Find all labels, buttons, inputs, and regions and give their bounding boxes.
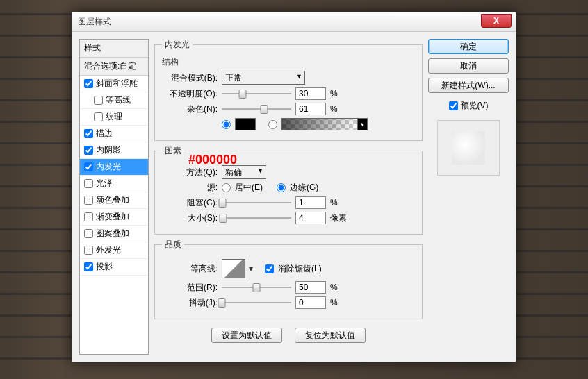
- opacity-unit: %: [330, 89, 350, 99]
- range-unit: %: [330, 283, 350, 292]
- style-label: 外发光: [96, 244, 121, 256]
- ok-button[interactable]: 确定: [428, 39, 509, 54]
- size-label: 大小(S):: [162, 212, 218, 224]
- source-edge-radio[interactable]: [277, 183, 286, 192]
- source-center-radio[interactable]: [222, 183, 231, 192]
- right-column: 确定 取消 新建样式(W)... 预览(V): [428, 39, 509, 355]
- choke-label: 阻塞(C):: [162, 197, 218, 209]
- style-color-overlay[interactable]: 颜色叠加: [80, 192, 148, 209]
- style-pattern-overlay-check[interactable]: [84, 229, 93, 238]
- style-bevel-check[interactable]: [84, 79, 93, 88]
- style-label: 光泽: [96, 178, 113, 190]
- gradient-picker[interactable]: ▼: [281, 118, 368, 130]
- style-contour[interactable]: 等高线: [80, 92, 148, 109]
- technique-row: 方法(Q): 精确: [162, 165, 415, 179]
- color-swatch[interactable]: [235, 118, 256, 130]
- range-label: 范围(R):: [162, 282, 218, 294]
- noise-label: 杂色(N):: [162, 103, 218, 115]
- style-label: 图案叠加: [96, 228, 129, 239]
- elements-fieldset: 图素 #000000 方法(Q): 精确 源: 居中(E) 边缘(G) 阻塞(C…: [154, 145, 423, 235]
- cancel-button[interactable]: 取消: [428, 58, 509, 74]
- preview-row: 预览(V): [428, 100, 509, 112]
- titlebar[interactable]: 图层样式 X: [72, 12, 516, 32]
- gradient-radio[interactable]: [268, 120, 277, 129]
- opacity-slider[interactable]: [222, 89, 291, 99]
- style-satin[interactable]: 光泽: [80, 176, 148, 192]
- jitter-row: 抖动(J): %: [162, 296, 415, 309]
- choke-slider[interactable]: [222, 198, 291, 208]
- style-gradient-overlay-check[interactable]: [84, 212, 93, 221]
- style-label: 渐变叠加: [96, 211, 129, 223]
- structure-label: 结构: [162, 56, 415, 68]
- style-stroke[interactable]: 描边: [80, 126, 148, 142]
- style-bevel[interactable]: 斜面和浮雕: [80, 76, 148, 92]
- style-outer-glow[interactable]: 外发光: [80, 242, 148, 259]
- style-texture[interactable]: 纹理: [80, 109, 148, 126]
- noise-input[interactable]: [295, 103, 326, 115]
- size-row: 大小(S): 像素: [162, 212, 415, 224]
- style-label: 投影: [96, 261, 113, 273]
- technique-label: 方法(Q):: [162, 167, 218, 178]
- reset-default-button[interactable]: 复位为默认值: [295, 328, 366, 343]
- blend-mode-label: 混合模式(B):: [162, 72, 218, 84]
- set-default-button[interactable]: 设置为默认值: [211, 328, 282, 343]
- styles-header[interactable]: 样式: [80, 40, 148, 58]
- technique-select[interactable]: 精确: [222, 165, 266, 179]
- style-texture-check[interactable]: [94, 112, 103, 121]
- close-button[interactable]: X: [481, 14, 512, 28]
- style-label: 斜面和浮雕: [96, 78, 138, 90]
- source-label: 源:: [162, 182, 218, 194]
- dialog-content: 样式 混合选项:自定 斜面和浮雕 等高线 纹理 描边 内阴影 内发光 光泽 颜色…: [72, 32, 516, 362]
- jitter-slider[interactable]: [222, 298, 291, 308]
- close-icon: X: [493, 16, 499, 26]
- style-stroke-check[interactable]: [84, 129, 93, 138]
- style-satin-check[interactable]: [84, 179, 93, 188]
- style-inner-glow-check[interactable]: [84, 162, 93, 171]
- solid-color-radio[interactable]: [222, 120, 231, 129]
- size-slider[interactable]: [222, 213, 291, 223]
- settings-panel: 内发光 结构 混合模式(B): 正常 不透明度(O): % 杂色(N): %: [154, 39, 423, 355]
- source-row: 源: 居中(E) 边缘(G): [162, 182, 415, 194]
- range-slider[interactable]: [222, 283, 291, 292]
- blend-mode-row: 混合模式(B): 正常: [162, 71, 415, 85]
- style-inner-shadow-check[interactable]: [84, 146, 93, 155]
- style-inner-glow[interactable]: 内发光: [80, 159, 148, 176]
- style-drop-shadow[interactable]: 投影: [80, 259, 148, 276]
- layer-style-dialog: 图层样式 X 样式 混合选项:自定 斜面和浮雕 等高线 纹理 描边 内阴影 内发…: [72, 12, 516, 362]
- contour-picker[interactable]: [222, 259, 245, 278]
- contour-label: 等高线:: [162, 263, 218, 275]
- range-input[interactable]: [295, 281, 326, 294]
- preview-check[interactable]: [449, 101, 458, 110]
- style-color-overlay-check[interactable]: [84, 196, 93, 205]
- size-input[interactable]: [295, 212, 326, 224]
- opacity-input[interactable]: [295, 87, 326, 100]
- style-drop-shadow-check[interactable]: [84, 262, 93, 271]
- style-contour-check[interactable]: [94, 96, 103, 105]
- anti-alias-label: 消除锯齿(L): [278, 263, 322, 275]
- color-row: ▼: [162, 118, 415, 130]
- dialog-title: 图层样式: [78, 16, 111, 28]
- quality-fieldset: 品质 等高线: 消除锯齿(L) 范围(R): % 抖动(J):: [154, 239, 423, 319]
- style-pattern-overlay[interactable]: 图案叠加: [80, 226, 148, 242]
- choke-input[interactable]: [295, 196, 326, 209]
- jitter-input[interactable]: [295, 296, 326, 309]
- style-gradient-overlay[interactable]: 渐变叠加: [80, 209, 148, 226]
- preview-thumbnail: [437, 120, 500, 176]
- style-label: 内阴影: [96, 144, 121, 156]
- style-label: 内发光: [96, 161, 121, 173]
- choke-unit: %: [330, 198, 350, 208]
- style-inner-shadow[interactable]: 内阴影: [80, 142, 148, 159]
- source-edge-label: 边缘(G): [290, 182, 318, 194]
- range-row: 范围(R): %: [162, 281, 415, 294]
- elements-legend: 图素: [162, 145, 184, 157]
- style-outer-glow-check[interactable]: [84, 246, 93, 255]
- panel-title: 内发光: [162, 39, 193, 51]
- noise-slider[interactable]: [222, 104, 291, 114]
- opacity-row: 不透明度(O): %: [162, 87, 415, 100]
- blend-options[interactable]: 混合选项:自定: [80, 58, 148, 76]
- anti-alias-check[interactable]: [265, 264, 274, 273]
- new-style-button[interactable]: 新建样式(W)...: [428, 78, 509, 93]
- style-label: 描边: [96, 128, 113, 140]
- blend-mode-select[interactable]: 正常: [222, 71, 305, 85]
- contour-row: 等高线: 消除锯齿(L): [162, 259, 415, 278]
